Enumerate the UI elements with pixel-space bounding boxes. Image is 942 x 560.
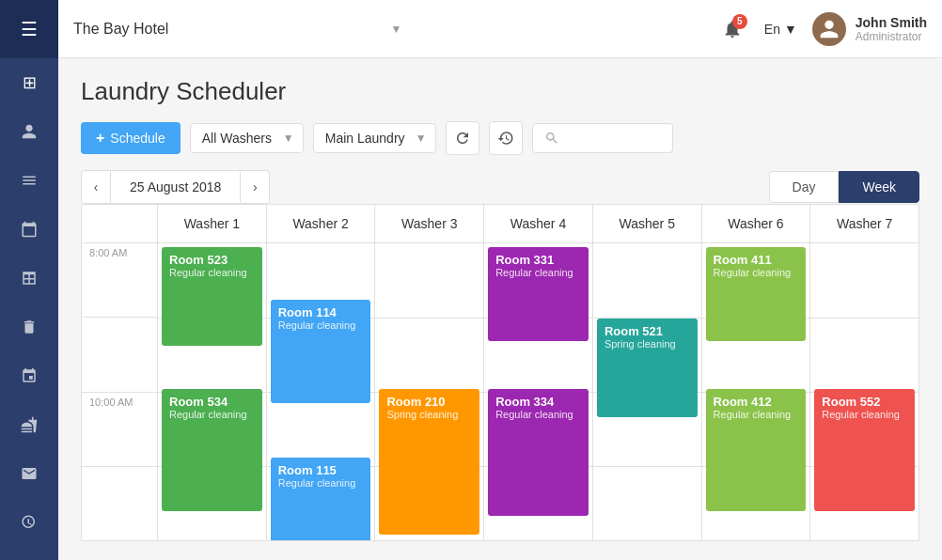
sidebar: ☰ ⊞ bbox=[0, 0, 58, 560]
sidebar-item-chart[interactable] bbox=[0, 498, 58, 547]
date-display: 25 August 2018 bbox=[111, 170, 240, 204]
history-button[interactable] bbox=[489, 121, 523, 155]
washer-col-3: Room 210 Spring cleaning bbox=[374, 243, 483, 540]
event-room412[interactable]: Room 412 Regular cleaning bbox=[706, 389, 807, 511]
sidebar-item-trash[interactable] bbox=[0, 303, 58, 351]
avatar bbox=[812, 12, 846, 46]
user-name: John Smith bbox=[856, 15, 927, 30]
mail-icon bbox=[21, 465, 38, 482]
scheduler-header: Washer 1 Washer 2 Washer 3 Washer 4 Wash… bbox=[82, 205, 918, 243]
scheduler-body: 8:00 AM 10:00 AM Room 523 Regular cleani… bbox=[82, 243, 918, 540]
calendar-nav: ‹ 25 August 2018 › bbox=[81, 170, 769, 204]
time-label-10am: 10:00 AM bbox=[82, 392, 157, 466]
washer-filter-wrapper: All Washers Washer 1 Washer 2 ▼ bbox=[190, 123, 304, 153]
sidebar-item-plate[interactable] bbox=[0, 400, 58, 449]
language-selector[interactable]: En ▼ bbox=[764, 22, 797, 37]
washer-headers: Washer 1 Washer 2 Washer 3 Washer 4 Wash… bbox=[157, 205, 918, 242]
scheduler-grid: Washer 1 Washer 2 Washer 3 Washer 4 Wash… bbox=[81, 204, 919, 541]
washer-col-4: Room 331 Regular cleaning Room 334 Regul… bbox=[483, 243, 592, 540]
hotel-name: The Bay Hotel bbox=[73, 21, 386, 38]
washer-header-2: Washer 2 bbox=[266, 205, 375, 242]
user-text: John Smith Administrator bbox=[856, 15, 927, 43]
location-filter[interactable]: Main Laundry bbox=[313, 123, 436, 153]
trash-icon bbox=[21, 319, 38, 335]
event-room210[interactable]: Room 210 Spring cleaning bbox=[379, 389, 479, 535]
hamburger-icon: ☰ bbox=[21, 18, 38, 40]
washer-col-7: Room 552 Regular cleaning bbox=[809, 243, 918, 540]
search-icon bbox=[544, 131, 559, 146]
event-room114[interactable]: Room 114 Regular cleaning bbox=[271, 300, 371, 403]
topbar: The Bay Hotel ▼ 5 En ▼ John Smith Admini… bbox=[58, 0, 942, 58]
event-room334[interactable]: Room 334 Regular cleaning bbox=[488, 389, 589, 516]
washer-filter[interactable]: All Washers Washer 1 Washer 2 bbox=[190, 123, 304, 153]
history-icon bbox=[497, 130, 514, 147]
topbar-right: 5 En ▼ John Smith Administrator bbox=[715, 12, 927, 46]
toolbar: + Schedule All Washers Washer 1 Washer 2… bbox=[81, 121, 919, 155]
washer-header-7: Washer 7 bbox=[809, 205, 918, 242]
grid-icon: ⊞ bbox=[23, 72, 37, 93]
table-icon bbox=[21, 270, 38, 287]
sidebar-item-calendar[interactable] bbox=[0, 205, 58, 254]
refresh-icon bbox=[454, 130, 471, 147]
refresh-button[interactable] bbox=[446, 121, 479, 155]
time-label-empty2 bbox=[82, 466, 157, 540]
washer-header-3: Washer 3 bbox=[374, 205, 483, 242]
sidebar-item-mail[interactable] bbox=[0, 449, 58, 498]
time-labels: 8:00 AM 10:00 AM bbox=[82, 243, 157, 540]
location-filter-wrapper: Main Laundry ▼ bbox=[313, 123, 436, 153]
washer-header-6: Washer 6 bbox=[701, 205, 810, 242]
person-icon bbox=[21, 123, 38, 140]
washer-header-1: Washer 1 bbox=[157, 205, 266, 242]
sidebar-item-list[interactable] bbox=[0, 156, 58, 205]
user-info: John Smith Administrator bbox=[812, 12, 927, 46]
sidebar-item-grid[interactable]: ⊞ bbox=[0, 58, 58, 107]
washer-col-2: Room 114 Regular cleaning Room 115 Regul… bbox=[266, 243, 375, 540]
event-room411[interactable]: Room 411 Regular cleaning bbox=[706, 247, 807, 341]
time-label-empty1 bbox=[82, 317, 157, 391]
event-room523[interactable]: Room 523 Regular cleaning bbox=[162, 247, 262, 346]
search-input[interactable] bbox=[567, 131, 661, 146]
washer-col-6: Room 411 Regular cleaning Room 412 Regul… bbox=[701, 243, 810, 540]
day-view-button[interactable]: Day bbox=[769, 171, 840, 203]
next-date-button[interactable]: › bbox=[240, 170, 270, 204]
search-box[interactable] bbox=[532, 123, 673, 153]
washer-col-1: Room 523 Regular cleaning Room 534 Regul… bbox=[157, 243, 266, 540]
plus-icon: + bbox=[96, 130, 104, 147]
washer-header-4: Washer 4 bbox=[483, 205, 592, 242]
notification-button[interactable]: 5 bbox=[715, 12, 749, 46]
washer-columns: Room 523 Regular cleaning Room 534 Regul… bbox=[157, 243, 918, 540]
time-col-header bbox=[82, 205, 157, 242]
view-toggle: Day Week bbox=[769, 171, 919, 203]
content-area: Laundry Scheduler + Schedule All Washers… bbox=[58, 58, 942, 560]
event-room552[interactable]: Room 552 Regular cleaning bbox=[814, 389, 915, 511]
schedule-button[interactable]: + Schedule bbox=[81, 122, 181, 154]
box-icon bbox=[21, 367, 38, 384]
schedule-label: Schedule bbox=[110, 131, 165, 146]
event-room331[interactable]: Room 331 Regular cleaning bbox=[488, 247, 589, 341]
user-role: Administrator bbox=[856, 30, 927, 43]
page-title: Laundry Scheduler bbox=[81, 77, 919, 106]
main-content: The Bay Hotel ▼ 5 En ▼ John Smith Admini… bbox=[58, 0, 942, 560]
plate-icon bbox=[21, 416, 38, 433]
event-room534[interactable]: Room 534 Regular cleaning bbox=[162, 389, 262, 511]
lang-label: En bbox=[764, 22, 780, 37]
sidebar-item-person[interactable] bbox=[0, 107, 58, 156]
washer-col-5: Room 521 Spring cleaning bbox=[592, 243, 701, 540]
calendar-icon bbox=[21, 221, 38, 238]
prev-date-button[interactable]: ‹ bbox=[81, 170, 111, 204]
list-icon bbox=[21, 172, 38, 189]
notification-badge: 5 bbox=[732, 14, 747, 29]
hotel-dropdown-arrow[interactable]: ▼ bbox=[390, 23, 401, 36]
lang-arrow: ▼ bbox=[784, 22, 797, 37]
week-view-button[interactable]: Week bbox=[839, 171, 919, 203]
event-room115[interactable]: Room 115 Regular cleaning bbox=[271, 458, 371, 540]
chart-icon bbox=[21, 514, 38, 531]
washer-header-5: Washer 5 bbox=[592, 205, 701, 242]
sidebar-item-grid2[interactable] bbox=[0, 254, 58, 303]
sidebar-item-box[interactable] bbox=[0, 351, 58, 400]
time-label-8am: 8:00 AM bbox=[82, 243, 157, 317]
sidebar-hamburger[interactable]: ☰ bbox=[0, 0, 58, 58]
event-room521[interactable]: Room 521 Spring cleaning bbox=[597, 319, 698, 417]
